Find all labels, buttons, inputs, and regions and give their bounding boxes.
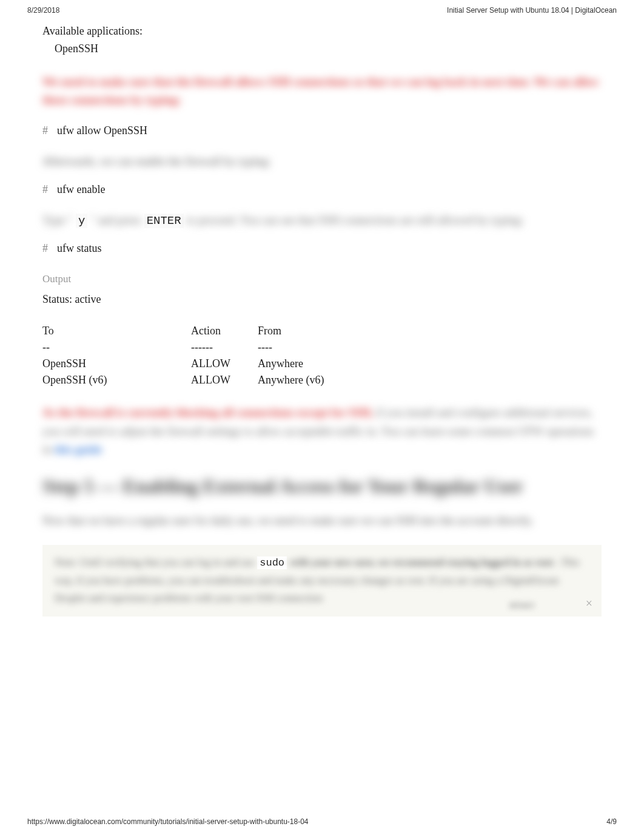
blurred-text-2: Afterwards, we can enable the firewall b… <box>42 152 602 171</box>
blur-red-part: As the firewall is currently blocking al… <box>42 406 373 419</box>
note-blur-1b: with your new user, we recommend staying… <box>289 556 553 568</box>
blur-post: to proceed. You can see that SSH connect… <box>186 214 523 226</box>
command-text: ufw status <box>57 242 102 254</box>
table-row: OpenSSH (v6) ALLOW Anywhere (v6) <box>42 372 602 388</box>
key-enter: ENTER <box>144 214 184 228</box>
note-blur-1a: Note: Until verifying that you can log i… <box>55 556 257 568</box>
cell-from: Anywhere <box>258 356 602 372</box>
note-box: Note: Until verifying that you can log i… <box>42 545 602 617</box>
blurred-text-1: We need to make sure that the firewall a… <box>42 73 602 110</box>
prompt-hash: # <box>42 183 48 195</box>
cell-to: OpenSSH <box>42 356 191 372</box>
apps-label: Available applications: <box>42 22 617 40</box>
document-content: Available applications: OpenSSH We need … <box>0 22 644 617</box>
blurred-text-3: As the firewall is currently blocking al… <box>42 404 602 459</box>
command-ufw-enable: #ufw enable <box>42 183 602 196</box>
table-divider-row: -- ------ ---- <box>42 339 602 356</box>
key-y: y <box>76 214 87 228</box>
page-footer: https://www.digitalocean.com/community/t… <box>0 817 644 826</box>
page-header: 8/29/2018 Initial Server Setup with Ubun… <box>0 0 644 19</box>
header-title: Initial Server Setup with Ubuntu 18.04 |… <box>447 6 617 15</box>
command-ufw-status: #ufw status <box>42 242 602 255</box>
cell-from: Anywhere (v6) <box>258 372 602 388</box>
prompt-hash: # <box>42 124 48 137</box>
footer-url: https://www.digitalocean.com/community/t… <box>27 817 309 826</box>
divider-action: ------ <box>191 339 258 356</box>
header-from: From <box>258 323 602 339</box>
ufw-status-table: To Action From -- ------ ---- OpenSSH AL… <box>42 323 602 388</box>
blur-mid: " and press <box>90 214 144 226</box>
close-icon[interactable]: × <box>586 597 592 610</box>
header-to: To <box>42 323 191 339</box>
cell-action: ALLOW <box>191 356 258 372</box>
divider-from: ---- <box>258 339 602 356</box>
blurred-text-4: Now that we have a regular user for dail… <box>42 512 602 530</box>
header-date: 8/29/2018 <box>27 6 59 15</box>
sudo-code: sudo <box>257 556 287 569</box>
app-item: OpenSSH <box>42 40 617 58</box>
header-action: Action <box>191 323 258 339</box>
blur-link: this guide <box>55 443 102 456</box>
cell-to: OpenSSH (v6) <box>42 372 191 388</box>
blur-pre: Type " <box>42 214 73 226</box>
table-row: OpenSSH ALLOW Anywhere <box>42 356 602 372</box>
blurred-step-heading: Step 5 — Enabling External Access for Yo… <box>42 474 602 499</box>
command-allow-openssh: #ufw allow OpenSSH <box>42 124 602 137</box>
footer-page-number: 4/9 <box>606 817 617 826</box>
cell-action: ALLOW <box>191 372 258 388</box>
command-text: ufw enable <box>57 183 105 195</box>
output-label: Output <box>42 273 602 285</box>
command-text: ufw allow OpenSSH <box>57 124 147 137</box>
status-line: Status: active <box>42 291 602 308</box>
prompt-hash: # <box>42 242 48 254</box>
privacy-link[interactable]: privacy <box>509 600 535 609</box>
app-list-block: Available applications: OpenSSH <box>42 22 617 58</box>
divider-to: -- <box>42 339 191 356</box>
type-y-enter-line: Type " y " and press ENTER to proceed. Y… <box>42 211 602 230</box>
table-header-row: To Action From <box>42 323 602 339</box>
